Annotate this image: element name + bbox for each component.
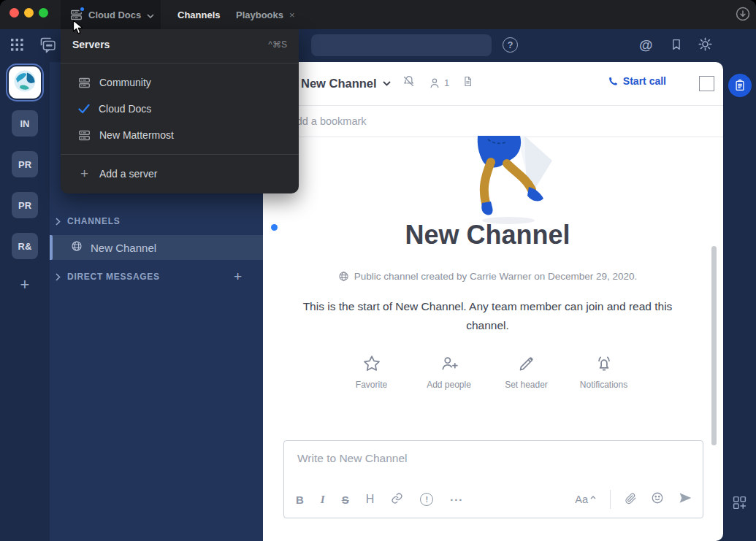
attachment-paperclip-icon[interactable] [625, 492, 637, 507]
person-plus-icon [440, 354, 459, 373]
team-item[interactable]: PR [12, 192, 38, 218]
add-apps-grid-icon[interactable] [732, 495, 747, 513]
add-people-button[interactable]: Add people [420, 354, 478, 390]
channel-intro-meta: Public channel created by Carrie Warner … [263, 271, 712, 282]
menu-item-new-mattermost[interactable]: New Mattermost [61, 122, 299, 148]
pencil-icon [517, 354, 536, 373]
pinned-files-icon[interactable] [462, 74, 474, 91]
server-icon [78, 77, 91, 89]
composer-toolbar: B I S H ! ··· Aa [296, 489, 692, 510]
channel-intro-actions: Favorite Add people Set header Notif [263, 354, 712, 390]
italic-button[interactable]: I [321, 494, 325, 506]
format-toggle-button[interactable]: Aa [575, 494, 596, 505]
notifications-button[interactable]: Notifications [575, 354, 633, 390]
chevron-right-icon [56, 218, 61, 226]
members-button[interactable]: 1 [428, 77, 449, 90]
add-team-button[interactable]: + [16, 276, 34, 293]
menu-divider [61, 154, 299, 155]
close-tab-icon[interactable]: × [289, 9, 295, 20]
emoji-smiley-icon[interactable] [651, 491, 664, 507]
heading-button[interactable]: H [366, 493, 375, 506]
priority-alert-icon[interactable]: ! [420, 493, 433, 506]
at-mentions-icon[interactable]: @ [639, 37, 653, 53]
globe-icon [338, 271, 349, 282]
chevron-up-icon [590, 496, 596, 499]
menu-item-community[interactable]: Community [61, 69, 299, 96]
member-count: 1 [444, 77, 449, 88]
help-icon[interactable]: ? [503, 37, 518, 53]
saved-posts-icon[interactable] [670, 37, 683, 52]
team-item[interactable]: IN [12, 110, 38, 137]
server-unread-badge [79, 6, 85, 12]
titlebar: Cloud Docs Channels Playbooks × [0, 0, 756, 29]
channels-section-header[interactable]: CHANNELS [56, 216, 120, 226]
server-tab-label: Cloud Docs [88, 9, 141, 20]
bell-icon [595, 354, 614, 373]
dm-section-header[interactable]: DIRECT MESSAGES [56, 272, 160, 282]
plus-icon: + [78, 166, 91, 182]
phone-icon [607, 76, 618, 87]
product-menu-grid-icon[interactable] [11, 39, 23, 51]
globe-icon [71, 240, 83, 255]
channel-header: New Channel 1 [263, 62, 723, 106]
message-composer[interactable]: Write to New Channel B I S H ! ··· [283, 440, 703, 518]
scrollbar-thumb[interactable] [711, 246, 717, 445]
team-item[interactable]: R& [12, 233, 38, 259]
download-update-icon[interactable] [735, 6, 751, 22]
server-icon [78, 129, 91, 142]
tab-playbooks[interactable]: Playbooks × [236, 0, 295, 29]
chat-bubbles-icon [38, 36, 57, 54]
channel-intro-illustration [453, 136, 570, 231]
playbooks-app-button[interactable] [728, 74, 752, 97]
toolbar-divider [610, 490, 611, 509]
star-icon [362, 354, 381, 373]
center-channel: New Channel 1 [263, 62, 723, 541]
menu-item-cloud-docs[interactable]: Cloud Docs [61, 96, 299, 122]
member-icon [428, 77, 441, 90]
channel-intro-heading: New Channel [263, 220, 712, 250]
chevron-down-icon [383, 81, 391, 86]
chevron-down-icon [147, 8, 154, 21]
link-icon[interactable] [391, 492, 403, 507]
team-sidebar: IN PR PR R& + [0, 62, 50, 541]
more-options-icon[interactable]: ··· [450, 494, 463, 506]
tab-channels[interactable]: Channels [177, 0, 221, 29]
check-icon [78, 104, 90, 114]
team-item-globe[interactable] [9, 66, 41, 99]
start-call-button[interactable]: Start call [607, 75, 666, 87]
selected-indicator [50, 235, 53, 260]
team-item[interactable]: PR [12, 151, 38, 177]
app-bar [723, 62, 756, 541]
app-window: Cloud Docs Channels Playbooks × [0, 0, 756, 541]
minimize-window-button[interactable] [24, 8, 34, 18]
servers-menu-title: Servers [72, 39, 110, 50]
zoom-window-button[interactable] [39, 8, 48, 18]
favorite-button[interactable]: Favorite [343, 354, 401, 390]
server-icon [70, 9, 83, 21]
add-bookmark-label[interactable]: Add a bookmark [289, 115, 367, 127]
mouse-cursor [72, 20, 83, 38]
channel-intro-description: This is the start of New Channel. Any te… [289, 297, 687, 335]
settings-gear-icon[interactable] [698, 37, 713, 52]
channel-info-icon[interactable] [699, 76, 714, 91]
channel-item-new-channel[interactable]: New Channel [50, 235, 263, 260]
search-input[interactable] [311, 34, 492, 56]
composer-placeholder: Write to New Channel [297, 452, 407, 465]
servers-menu-shortcut: ^⌘S [268, 39, 287, 50]
bold-button[interactable]: B [296, 494, 304, 506]
set-header-button[interactable]: Set header [497, 354, 556, 390]
close-window-button[interactable] [9, 8, 19, 18]
bookmark-bar[interactable]: Add a bookmark [263, 107, 723, 137]
channel-title-menu[interactable]: New Channel [301, 77, 391, 91]
globe-avatar [12, 68, 38, 97]
send-icon[interactable] [678, 491, 692, 508]
add-server-menu-item[interactable]: + Add a server [61, 161, 299, 187]
unread-dot [271, 224, 278, 231]
chevron-right-icon [56, 273, 61, 281]
add-dm-button[interactable]: + [234, 269, 242, 285]
servers-menu: Servers ^⌘S Community Cloud Docs New Mat… [61, 29, 299, 193]
menu-divider [61, 63, 299, 64]
strikethrough-button[interactable]: S [342, 494, 349, 506]
muted-bell-icon[interactable] [402, 74, 416, 91]
channel-name: New Channel [91, 242, 156, 254]
